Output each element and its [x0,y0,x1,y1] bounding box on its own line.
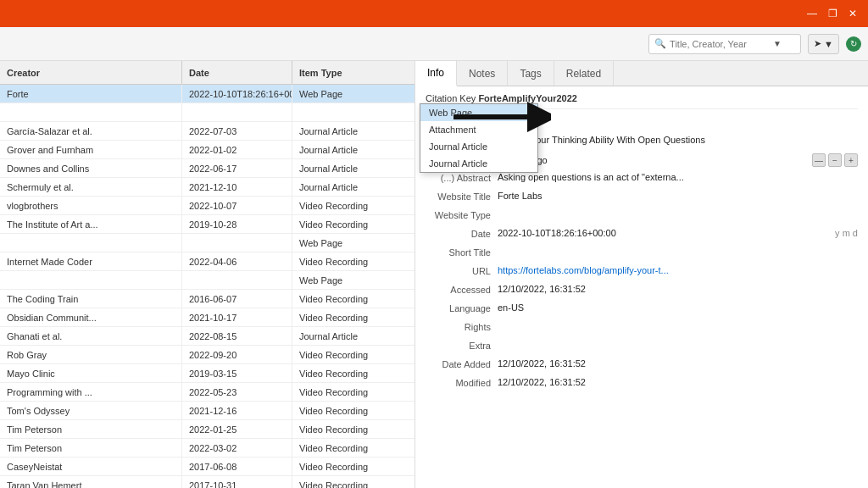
table-row[interactable]: Internet Made Coder2022-04-06Video Recor… [0,252,415,271]
tab-related[interactable]: Related [554,61,614,86]
table-row[interactable]: Ghanati et al.2022-08-15Journal Article [0,327,415,346]
cell-creator: The Institute of Art a... [0,215,182,233]
cell-date: 2022-09-20 [182,346,292,363]
field-row-date: Date2022-10-10T18:26:16+00:00y m d [426,228,858,243]
dropdown-item[interactable]: Journal Article [420,138,537,155]
table-row[interactable]: Web Page [0,271,415,290]
table-row[interactable]: Downes and Collins2022-06-17Journal Arti… [0,159,415,178]
table-row[interactable]: Web Page [0,234,415,252]
table-body: Forte2022-10-10T18:26:16+00:...Web PageG… [0,85,415,488]
table-row[interactable]: Tim Peterson2022-03-02Video Recording [0,439,415,458]
dropdown-item[interactable]: Attachment [420,121,537,138]
field-label: URL [426,265,498,276]
maximize-button[interactable]: ❐ [824,5,841,22]
author-expand-btn[interactable]: — [812,153,826,167]
tab-info[interactable]: Info [415,61,457,86]
app-body: 🔍 ▼ ➤ ▼ ↻ Creator Date Item Type Forte20… [0,27,868,488]
search-input[interactable] [670,39,771,49]
cell-creator: Downes and Collins [0,159,182,177]
cell-type: Video Recording [292,420,415,438]
table-row[interactable]: Obsidian Communit...2021-10-17Video Reco… [0,308,415,327]
table-row[interactable]: Programming with ...2022-05-23Video Reco… [0,383,415,402]
cell-type: Video Recording [292,290,415,308]
cell-date [182,271,292,289]
field-value[interactable]: https://fortelabs.com/blog/amplify-your-… [498,265,858,275]
col-header-creator: Creator [0,61,182,84]
cell-type: Video Recording [292,364,415,382]
cell-creator: Rob Gray [0,346,182,363]
cell-date [182,103,292,121]
new-item-button[interactable]: ➤ ▼ [808,34,839,54]
cell-date: 2021-10-17 [182,308,292,326]
cell-type [292,103,415,121]
table-row[interactable]: Tom's Odyssey2021-12-16Video Recording [0,402,415,420]
cell-creator [0,271,182,289]
cell-creator: Taran Van Hemert [0,476,182,488]
author-wrapper: Forte, Tiago—−+ [498,153,858,167]
table-row[interactable]: Forte2022-10-10T18:26:16+00:...Web Page [0,85,415,103]
field-row-rights: Rights [426,321,858,336]
new-item-dropdown: ▼ [824,39,833,49]
date-format-hint: y m d [835,228,858,238]
cell-creator [0,234,182,252]
table-row[interactable]: The Institute of Art a...2019-10-28Video… [0,215,415,234]
cell-date: 2022-10-07 [182,197,292,214]
search-box[interactable]: 🔍 ▼ [648,34,801,54]
cell-type: Journal Article [292,327,415,345]
info-tabs: InfoNotesTagsRelated [415,61,868,86]
col-header-type: Item Type [292,61,415,84]
sync-button[interactable]: ↻ [846,36,861,52]
minimize-button[interactable]: — [804,5,821,22]
search-icon: 🔍 [654,38,666,49]
cell-creator: Tom's Odyssey [0,402,182,419]
field-label: Accessed [426,284,498,295]
table-row[interactable]: Tim Peterson2022-01-25Video Recording [0,420,415,439]
field-label: Date [426,228,498,239]
table-row[interactable]: The Coding Train2016-06-07Video Recordin… [0,290,415,308]
cell-type: Web Page [292,234,415,252]
table-row[interactable]: García-Salazar et al.2022-07-03Journal A… [0,122,415,141]
cell-date: 2022-03-02 [182,439,292,457]
table-row[interactable]: CaseyNeistat2017-06-08Video Recording [0,458,415,476]
tab-tags[interactable]: Tags [508,61,554,86]
table-row[interactable] [0,103,415,122]
field-value: Asking open questions is an act of "exte… [498,172,858,182]
dropdown-item[interactable]: Journal Article [420,155,537,172]
table-row[interactable]: Grover and Furnham2022-01-02Journal Arti… [0,141,415,159]
field-label: Language [426,302,498,313]
close-button[interactable]: ✕ [844,5,861,22]
search-dropdown-icon[interactable]: ▼ [773,39,782,48]
field-row-website-type: Website Type [426,209,858,225]
table-row[interactable]: Mayo Clinic2019-03-15Video Recording [0,364,415,383]
cell-date: 2022-01-02 [182,141,292,158]
author-add-btn[interactable]: + [844,153,858,167]
cell-creator: Grover and Furnham [0,141,182,158]
library-panel: Creator Date Item Type Forte2022-10-10T1… [0,61,415,488]
table-row[interactable]: Taran Van Hemert2017-10-31Video Recordin… [0,476,415,488]
cell-date: 2022-05-23 [182,383,292,401]
field-value: Amplify Your Thinking Ability With Open … [498,135,858,145]
field-row-date-added: Date Added12/10/2022, 16:31:52 [426,358,858,374]
item-type-dropdown[interactable]: Web PageAttachmentJournal ArticleJournal… [420,103,538,173]
field-value: 2022-10-10T18:26:16+00:00 [498,228,830,238]
cell-creator: García-Salazar et al. [0,122,182,140]
cell-creator: Tim Peterson [0,420,182,438]
cell-date: 2017-06-08 [182,458,292,475]
field-row-accessed: Accessed12/10/2022, 16:31:52 [426,284,858,299]
cell-creator: Internet Made Coder [0,252,182,270]
dropdown-item[interactable]: Web Page [420,104,537,121]
field-label: Website Type [426,209,498,220]
table-row[interactable]: Rob Gray2022-09-20Video Recording [0,346,415,364]
tab-notes[interactable]: Notes [457,61,508,86]
cell-date: 2021-12-16 [182,402,292,419]
cell-type: Journal Article [292,122,415,140]
cell-date: 2022-07-03 [182,122,292,140]
table-row[interactable]: vlogbrothers2022-10-07Video Recording [0,197,415,215]
table-row[interactable]: Schermuly et al.2021-12-10Journal Articl… [0,178,415,197]
cell-date: 2022-04-06 [182,252,292,270]
field-value: Forte, Tiago [498,155,807,165]
cell-type: Web Page [292,271,415,289]
author-remove-btn[interactable]: − [828,153,842,167]
field-label: Modified [426,377,498,388]
cell-type: Video Recording [292,476,415,488]
